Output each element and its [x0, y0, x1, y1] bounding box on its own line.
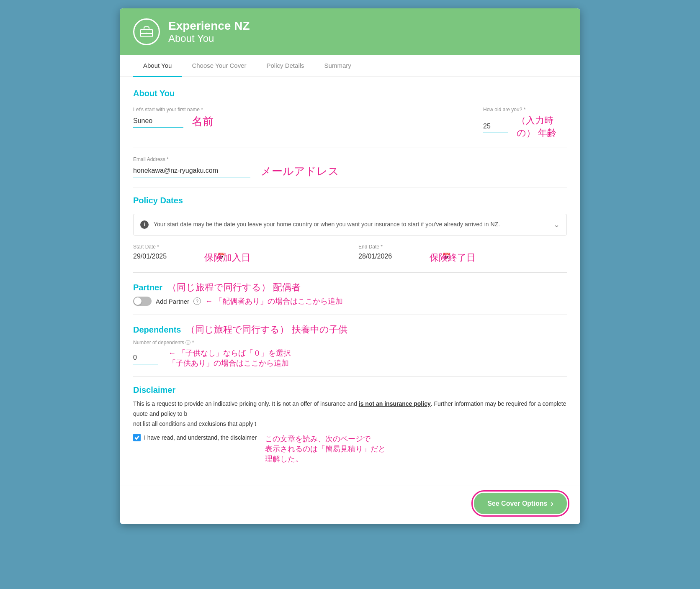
main-card: Experience NZ About You About You Choose… [120, 8, 580, 524]
content-area: About You Let's start with your first na… [120, 77, 580, 486]
partner-section: Partner （同じ旅程で同行する） 配偶者 Add Partner ? ← … [133, 281, 567, 306]
email-annotation: メールアドレス [260, 164, 339, 179]
first-name-label: Let's start with your first name * [133, 107, 466, 113]
dependents-count-input[interactable] [133, 352, 158, 364]
info-icon: i [140, 220, 149, 229]
dependents-section: Dependents （同じ旅程で同行する） 扶養中の子供 Number of … [133, 323, 567, 368]
disclaimer-annotation-block: この文章を読み、次のページで 表示されるのは「簡易見積り」だと 理解した。 [265, 434, 386, 464]
dependents-count-label: Number of dependents ⓘ * [133, 339, 567, 346]
disclaimer-annotation-2: 表示されるのは「簡易見積り」だと [265, 444, 386, 454]
end-date-label: End Date * [358, 244, 567, 250]
tab-summary[interactable]: Summary [314, 55, 361, 77]
start-date-annotation: 保険加入日 [204, 251, 250, 264]
partner-divider [133, 315, 567, 315]
dependents-title-annotation: （同じ旅程で同行する） 扶養中の子供 [186, 323, 347, 336]
svg-point-2 [146, 33, 147, 34]
chevron-down-icon: ⌄ [553, 220, 560, 229]
partner-toggle[interactable] [133, 297, 152, 306]
see-cover-button[interactable]: See Cover Options › [474, 493, 567, 514]
policy-dates-info-text: Your start date may be the date you leav… [154, 220, 548, 229]
brand-icon-circle [133, 18, 160, 45]
disclaimer-annotation-3: 理解した。 [265, 454, 386, 464]
date-row: Start Date * 📅 保険加入日 End Date * 📅 保 [133, 244, 567, 264]
first-name-group: Let's start with your first name * 名前 [133, 107, 466, 139]
add-partner-row: Add Partner ? ← 「配偶者あり」の場合はここから追加 [133, 296, 567, 306]
dependents-annotation-2: 「子供あり」の場合はここから追加 [168, 358, 291, 368]
briefcase-icon [139, 24, 154, 39]
partner-title: Partner [133, 283, 162, 292]
disclaimer-text: This is a request to provide an indicati… [133, 399, 567, 429]
add-partner-label: Add Partner [156, 298, 189, 305]
see-cover-arrow-icon: › [551, 499, 553, 508]
see-cover-label: See Cover Options [487, 500, 547, 507]
partner-header-row: Partner （同じ旅程で同行する） 配偶者 [133, 281, 567, 294]
name-age-divider [133, 148, 567, 148]
end-date-annotation: 保険終了日 [430, 251, 476, 264]
disclaimer-text-part3: not list all conditions and exclusions t… [133, 420, 256, 427]
page-header: Experience NZ About You [120, 8, 580, 55]
disclaimer-checkbox[interactable] [133, 434, 141, 441]
disclaimer-text-part1: This is a request to provide an indicati… [133, 400, 359, 407]
tab-policy-details[interactable]: Policy Details [257, 55, 314, 77]
policy-dates-title: Policy Dates [133, 196, 567, 205]
disclaimer-text-bold: is not an insurance policy [359, 400, 431, 407]
email-input[interactable] [133, 165, 250, 177]
toggle-knob [134, 297, 142, 305]
email-label: Email Address * [133, 156, 567, 162]
dependents-divider [133, 376, 567, 377]
partner-help-icon[interactable]: ? [193, 297, 201, 305]
name-age-row: Let's start with your first name * 名前 Ho… [133, 107, 567, 139]
dependents-annotation-1: ← 「子供なし」ならば「０」を選択 [168, 348, 291, 358]
disclaimer-title: Disclaimer [133, 385, 567, 395]
start-date-group: Start Date * 📅 保険加入日 [133, 244, 342, 264]
first-name-annotation: 名前 [192, 114, 214, 129]
dates-divider [133, 272, 567, 273]
age-annotation: （入力時の） 年齢 [517, 114, 567, 139]
first-name-input[interactable] [133, 115, 183, 128]
start-date-label: Start Date * [133, 244, 342, 250]
end-date-group: End Date * 📅 保険終了日 [358, 244, 567, 264]
age-group: How old are you? * （入力時の） 年齢 [483, 107, 567, 139]
policy-dates-info-box[interactable]: i Your start date may be the date you le… [133, 214, 567, 236]
bottom-bar: See Cover Options › [120, 486, 580, 524]
age-input[interactable] [483, 121, 508, 133]
page-subtitle: About You [168, 33, 250, 45]
tab-choose-cover[interactable]: Choose Your Cover [182, 55, 256, 77]
header-text-block: Experience NZ About You [168, 19, 250, 45]
dependents-header-row: Dependents （同じ旅程で同行する） 扶養中の子供 [133, 323, 567, 336]
tab-about-you[interactable]: About You [133, 55, 182, 77]
partner-title-annotation: （同じ旅程で同行する） 配偶者 [167, 281, 301, 294]
disclaimer-read-row: I have read, and understand, the disclai… [133, 434, 257, 441]
disclaimer-checkbox-label: I have read, and understand, the disclai… [144, 434, 257, 441]
checkmark-icon [134, 435, 139, 440]
email-row: Email Address * メールアドレス [133, 156, 567, 179]
email-divider [133, 187, 567, 187]
disclaimer-section: Disclaimer This is a request to provide … [133, 385, 567, 464]
disclaimer-annotation-1: この文章を読み、次のページで [265, 434, 386, 444]
about-you-title: About You [133, 89, 567, 98]
age-label: How old are you? * [483, 107, 567, 113]
dependents-title: Dependents [133, 325, 181, 335]
partner-toggle-annotation: ← 「配偶者あり」の場合はここから追加 [205, 296, 343, 306]
brand-name: Experience NZ [168, 19, 250, 33]
tab-bar: About You Choose Your Cover Policy Detai… [120, 55, 580, 77]
